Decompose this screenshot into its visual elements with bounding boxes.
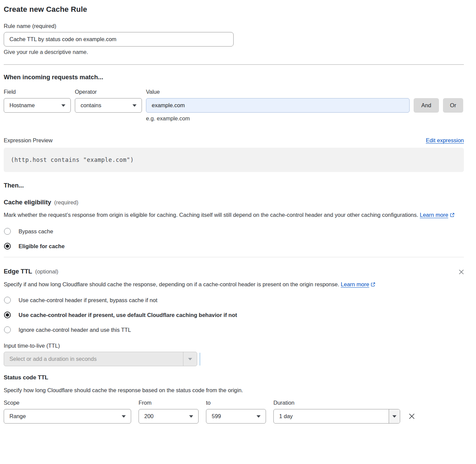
rule-name-input[interactable]: [4, 32, 234, 47]
radio-label: Eligible for cache: [19, 243, 65, 250]
external-link-icon: [450, 211, 455, 220]
to-label: to: [206, 400, 266, 406]
text-caret: [200, 353, 200, 366]
cache-eligibility-description-text: Mark whether the request’s response from…: [4, 212, 418, 218]
edge-ttl-option-ignore[interactable]: Ignore cache-control header and use this…: [4, 326, 464, 333]
rule-name-label: Rule name (required): [4, 23, 464, 29]
radio-unselected-icon[interactable]: [4, 326, 11, 333]
close-icon[interactable]: [458, 268, 465, 276]
section-divider: [4, 64, 464, 65]
chevron-down-icon: [257, 415, 261, 417]
duration-value: 1 day: [274, 409, 389, 423]
cache-eligibility-section: Cache eligibility(required): [4, 199, 464, 206]
ttl-duration-select[interactable]: Select or add a duration in seconds: [4, 352, 197, 366]
field-select-value: Hostname: [9, 102, 35, 109]
edge-ttl-description: Specify if and how long Cloudflare shoul…: [4, 280, 455, 290]
eligible-for-cache-option[interactable]: Eligible for cache: [4, 243, 464, 250]
expression-code: (http.host contains "example.com"): [11, 156, 134, 163]
remove-row-icon[interactable]: [408, 412, 416, 420]
ttl-duration-placeholder: Select or add a duration in seconds: [4, 352, 183, 366]
duration-label: Duration: [273, 400, 400, 406]
edit-expression-link[interactable]: Edit expression: [426, 137, 464, 144]
create-cache-rule-form: Create new Cache Rule Rule name (require…: [0, 0, 476, 424]
match-heading: When incoming requests match...: [4, 74, 103, 81]
field-label: Field: [4, 89, 71, 95]
rule-name-help: Give your rule a descriptive name.: [4, 49, 464, 55]
operator-select-value: contains: [81, 102, 101, 109]
edge-ttl-qualifier: (optional): [35, 268, 58, 274]
status-code-ttl-description: Specify how long Cloudflare should cache…: [4, 385, 455, 395]
chevron-down-icon: [122, 415, 126, 417]
cache-eligibility-description: Mark whether the request’s response from…: [4, 210, 455, 220]
radio-selected-icon[interactable]: [4, 312, 11, 318]
field-select[interactable]: Hostname: [4, 98, 71, 113]
cache-eligibility-qualifier: (required): [54, 199, 79, 205]
expression-preview-box: (http.host contains "example.com"): [4, 148, 464, 172]
expression-preview-label: Expression Preview: [4, 137, 53, 144]
match-builder: Field Operator Value Hostname contains A…: [4, 89, 464, 122]
scope-label: Scope: [4, 400, 131, 406]
from-label: From: [139, 400, 199, 406]
or-button[interactable]: Or: [443, 98, 463, 113]
status-code-ttl-heading: Status code TTL: [4, 374, 464, 381]
from-select[interactable]: 200: [139, 409, 199, 424]
radio-label: Bypass cache: [19, 228, 53, 235]
then-heading: Then...: [4, 182, 464, 189]
radio-unselected-icon[interactable]: [4, 228, 11, 235]
from-select-value: 200: [144, 413, 154, 419]
ttl-duration-dropdown-button[interactable]: [183, 352, 197, 366]
edge-ttl-description-text: Specify if and how long Cloudflare shoul…: [4, 281, 339, 287]
edge-ttl-section-header: Edge TTL(optional): [4, 268, 465, 276]
chevron-down-icon: [132, 104, 137, 107]
to-select-value: 599: [212, 413, 221, 419]
duration-combobox[interactable]: 1 day: [273, 409, 400, 424]
chevron-down-icon: [61, 104, 65, 107]
to-select[interactable]: 599: [206, 409, 266, 424]
cache-eligibility-heading: Cache eligibility: [4, 199, 51, 206]
operator-select[interactable]: contains: [75, 98, 142, 113]
ttl-input-label: Input time-to-live (TTL): [4, 343, 464, 349]
value-label: Value: [146, 89, 410, 95]
chevron-down-icon: [189, 415, 193, 417]
and-button[interactable]: And: [414, 98, 439, 113]
edge-ttl-option-default[interactable]: Use cache-control header if present, use…: [4, 312, 464, 318]
radio-label: Use cache-control header if present, byp…: [19, 297, 157, 303]
status-code-ttl-row: Scope From to Duration Range 200 599 1 d…: [4, 400, 464, 424]
scope-select-value: Range: [9, 413, 26, 419]
value-help: e.g. example.com: [146, 115, 410, 122]
section-divider: [4, 257, 464, 257]
edge-ttl-heading: Edge TTL: [4, 268, 32, 275]
edge-ttl-learn-more-link[interactable]: Learn more: [341, 281, 376, 287]
external-link-icon: [370, 280, 376, 290]
chevron-down-icon: [188, 358, 192, 360]
edge-ttl-option-bypass[interactable]: Use cache-control header if present, byp…: [4, 297, 464, 303]
cache-eligibility-learn-more-link[interactable]: Learn more: [420, 212, 454, 218]
chevron-down-icon: [392, 415, 396, 417]
value-input[interactable]: [146, 98, 410, 113]
page-title: Create new Cache Rule: [4, 5, 464, 14]
radio-label: Ignore cache-control header and use this…: [19, 327, 131, 333]
duration-dropdown-button[interactable]: [389, 409, 400, 423]
operator-label: Operator: [75, 89, 142, 95]
bypass-cache-option[interactable]: Bypass cache: [4, 228, 464, 235]
radio-label: Use cache-control header if present, use…: [19, 312, 237, 318]
scope-select[interactable]: Range: [4, 409, 131, 424]
radio-unselected-icon[interactable]: [4, 297, 11, 303]
radio-selected-icon[interactable]: [4, 243, 11, 250]
